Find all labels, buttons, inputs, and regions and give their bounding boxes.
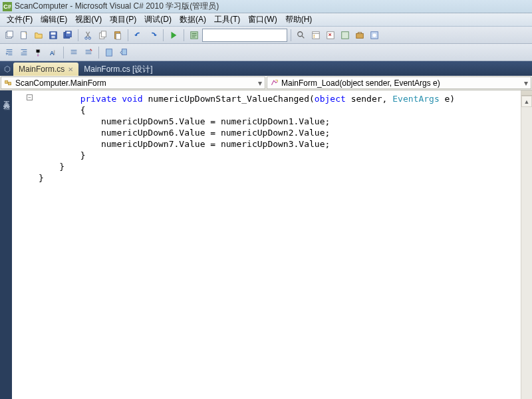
- chevron-down-icon: ▾: [255, 78, 265, 88]
- keyword: object: [315, 94, 346, 104]
- toolbox-sidebar-tab[interactable]: 工具箱: [0, 90, 12, 399]
- properties-button[interactable]: [324, 29, 337, 42]
- outdent-button[interactable]: [17, 46, 31, 59]
- svg-rect-12: [101, 31, 106, 37]
- config-combobox[interactable]: [202, 29, 287, 42]
- object-member-button[interactable]: [32, 46, 45, 59]
- code-text: numericUpDownStart_ValueChanged(: [143, 94, 315, 104]
- toolbar-separator: [63, 47, 64, 59]
- keyword: void: [122, 94, 142, 104]
- svg-rect-21: [342, 31, 349, 39]
- svg-rect-8: [66, 31, 70, 33]
- paste-button[interactable]: [111, 29, 124, 42]
- chevron-down-icon: ▾: [521, 78, 531, 88]
- toolbar-separator: [128, 29, 128, 41]
- svg-point-25: [37, 55, 39, 57]
- redo-button[interactable]: [146, 29, 160, 42]
- editor-area: 工具箱 − private void numericUpDownStart_Va…: [0, 90, 532, 399]
- add-item-button[interactable]: [17, 29, 31, 42]
- type: EventArgs: [392, 94, 439, 104]
- menu-view[interactable]: 视图(V): [71, 14, 106, 25]
- cut-button[interactable]: [82, 29, 95, 42]
- toolbar-editor: A: [0, 44, 532, 61]
- code-nav-bar: ScanComputer.MainForm ▾ MainForm_Load(ob…: [0, 76, 532, 90]
- class-icon: [3, 78, 13, 88]
- tab-label: MainForm.cs: [19, 65, 65, 74]
- object-browser-button[interactable]: [338, 29, 352, 42]
- keyword: private: [80, 94, 117, 104]
- toolbar-separator: [78, 29, 78, 41]
- toolbar-separator: [163, 29, 164, 41]
- svg-point-18: [314, 35, 315, 36]
- tab-mainform-code[interactable]: MainForm.cs ✕: [13, 63, 78, 76]
- menu-project[interactable]: 项目(P): [106, 14, 140, 25]
- window-title: ScanComputer - Microsoft Visual C# 2010 …: [15, 1, 219, 12]
- solution-explorer-button[interactable]: [309, 29, 323, 42]
- svg-text:A: A: [50, 49, 55, 56]
- method-icon: [269, 78, 279, 88]
- code-text: }: [80, 150, 86, 160]
- app-icon: C#: [3, 2, 12, 11]
- code-text: numericUpDown7.Value = numericUpDown3.Va…: [80, 139, 331, 149]
- code-text: {: [80, 105, 86, 115]
- svg-rect-27: [106, 49, 112, 56]
- save-button[interactable]: [47, 29, 60, 42]
- toolbox-button[interactable]: [353, 29, 366, 42]
- code-editor[interactable]: − private void numericUpDownStart_ValueC…: [12, 90, 532, 399]
- bookmark-prev-button[interactable]: [117, 46, 130, 59]
- comment-button[interactable]: [188, 29, 201, 42]
- fold-toggle[interactable]: −: [27, 94, 33, 100]
- indent-button[interactable]: [3, 46, 16, 59]
- menu-tools[interactable]: 工具(T): [210, 14, 244, 25]
- method-selector[interactable]: MainForm_Load(object sender, EventArgs e…: [267, 76, 531, 89]
- code-text: }: [39, 173, 44, 183]
- window-titlebar: C# ScanComputer - Microsoft Visual C# 20…: [0, 0, 532, 13]
- menu-edit[interactable]: 编辑(E): [37, 14, 71, 25]
- scroll-up-icon[interactable]: ▲: [521, 96, 532, 107]
- menu-help[interactable]: 帮助(H): [281, 14, 317, 25]
- menu-file[interactable]: 文件(F): [3, 14, 37, 25]
- toolbar-main: [0, 27, 532, 44]
- code-text: numericUpDown5.Value = numericUpDown1.Va…: [80, 116, 331, 126]
- split-handle[interactable]: [521, 90, 532, 96]
- comment-out-button[interactable]: [67, 46, 80, 59]
- svg-rect-17: [313, 31, 320, 39]
- svg-rect-22: [356, 33, 364, 38]
- svg-rect-1: [7, 31, 13, 37]
- undo-button[interactable]: [132, 29, 145, 42]
- close-icon[interactable]: ✕: [68, 66, 73, 73]
- menu-window[interactable]: 窗口(W): [244, 14, 281, 25]
- svg-rect-14: [116, 33, 120, 39]
- class-selector[interactable]: ScanComputer.MainForm ▾: [1, 76, 265, 89]
- svg-rect-29: [5, 80, 7, 83]
- tab-mainform-design[interactable]: MainForm.cs [设计]: [78, 63, 158, 76]
- find-button[interactable]: [295, 29, 308, 42]
- tab-label: MainForm.cs [设计]: [84, 64, 152, 75]
- open-button[interactable]: [32, 29, 45, 42]
- toolbar-separator: [184, 29, 184, 41]
- code-text: numericUpDown6.Value = numericUpDown2.Va…: [80, 128, 331, 138]
- display-param-button[interactable]: A: [47, 46, 60, 59]
- fold-gutter: −: [12, 90, 39, 399]
- code-content[interactable]: private void numericUpDownStart_ValueCha…: [39, 90, 521, 399]
- menu-data[interactable]: 数据(A): [176, 14, 210, 25]
- code-text: sender,: [346, 94, 392, 104]
- tab-toolbox-icon[interactable]: [3, 63, 12, 76]
- vertical-scrollbar[interactable]: ▲: [521, 90, 532, 399]
- svg-rect-30: [8, 82, 11, 85]
- copy-button[interactable]: [96, 29, 110, 42]
- save-all-button[interactable]: [61, 29, 74, 42]
- method-name: MainForm_Load(object sender, EventArgs e…: [281, 78, 521, 88]
- toolbox-label: 工具箱: [1, 96, 11, 100]
- svg-point-16: [298, 31, 303, 36]
- menu-debug[interactable]: 调试(D): [140, 14, 176, 25]
- new-project-button[interactable]: [3, 29, 16, 42]
- svg-rect-4: [51, 32, 56, 35]
- svg-point-24: [372, 33, 376, 37]
- bookmark-button[interactable]: [102, 46, 116, 59]
- toolbar-separator: [291, 29, 291, 41]
- uncomment-button[interactable]: [82, 46, 95, 59]
- start-debug-button[interactable]: [167, 29, 180, 42]
- start-page-button[interactable]: [368, 29, 381, 42]
- svg-rect-28: [122, 49, 126, 55]
